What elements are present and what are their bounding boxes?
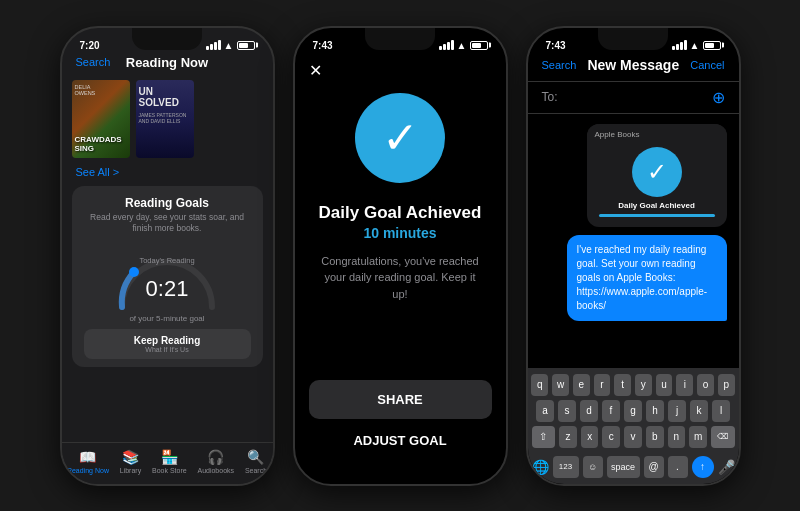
keyboard-row-2: a s d f g h j k l (532, 400, 735, 422)
key-r[interactable]: r (594, 374, 611, 396)
keep-reading-button[interactable]: Keep Reading What If It's Us (84, 329, 251, 359)
shared-card: Apple Books ✓ Daily Goal Achieved (587, 124, 727, 227)
key-h[interactable]: h (646, 400, 664, 422)
key-m[interactable]: m (689, 426, 707, 448)
tab-icon-reading: 📖 (79, 449, 96, 465)
key-t[interactable]: t (614, 374, 631, 396)
key-l[interactable]: l (712, 400, 730, 422)
message-header: Search New Message Cancel (528, 53, 739, 81)
goal-description: Congratulations, you've reached your dai… (295, 253, 506, 303)
key-i[interactable]: i (676, 374, 693, 396)
key-space[interactable]: space (607, 456, 640, 478)
key-a[interactable]: a (536, 400, 554, 422)
card-text: Daily Goal Achieved (587, 201, 727, 227)
add-contact-icon[interactable]: ⊕ (712, 88, 725, 107)
tab-label-audiobooks: Audiobooks (197, 467, 234, 474)
key-z[interactable]: z (559, 426, 577, 448)
book-crawdads[interactable]: CRAWDADSSING DELIAOWENS (72, 80, 130, 158)
book-title-unsolved: UNSOLVED JAMES PATTERSONAND DAVID ELLIS (139, 86, 191, 124)
status-icons-2: ▲ (439, 40, 488, 51)
tab-icon-library: 📚 (122, 449, 139, 465)
search-link-1[interactable]: Search (76, 56, 111, 68)
key-j[interactable]: j (668, 400, 686, 422)
keyboard[interactable]: q w e r t y u i o p a s d f g h (528, 368, 739, 484)
gauge: Today's Reading 0:21 (112, 242, 222, 312)
keyboard-row-1: q w e r t y u i o p (532, 374, 735, 396)
key-k[interactable]: k (690, 400, 708, 422)
key-w[interactable]: w (552, 374, 569, 396)
signal-icon-2 (439, 40, 454, 50)
key-at[interactable]: @ (644, 456, 664, 478)
key-o[interactable]: o (697, 374, 714, 396)
see-all-link[interactable]: See All > (62, 164, 273, 182)
key-v[interactable]: v (624, 426, 642, 448)
keyboard-row-3: ⇧ z x c v b n m ⌫ (532, 426, 735, 448)
tab-icon-bookstore: 🏪 (161, 449, 178, 465)
tab-audiobooks[interactable]: 🎧 Audiobooks (197, 449, 234, 474)
page-title-1: Reading Now (126, 55, 208, 70)
close-button[interactable]: ✕ (309, 61, 322, 80)
book-unsolved[interactable]: UNSOLVED JAMES PATTERSONAND DAVID ELLIS (136, 80, 194, 158)
today-reading-label: Today's Reading (139, 256, 194, 265)
card-header: Apple Books (587, 124, 727, 143)
key-u[interactable]: u (656, 374, 673, 396)
key-s[interactable]: s (558, 400, 576, 422)
tab-label-bookstore: Book Store (152, 467, 187, 474)
shift-key[interactable]: ⇧ (532, 426, 556, 448)
time-3: 7:43 (546, 40, 566, 51)
key-c[interactable]: c (602, 426, 620, 448)
reading-goals-section: Reading Goals Read every day, see your s… (72, 186, 263, 367)
message-bubble: I've reached my daily reading goal. Set … (567, 235, 727, 321)
tab-label-reading: Reading Now (67, 467, 109, 474)
microphone-icon[interactable]: 🎤 (718, 459, 735, 475)
tab-label-library: Library (120, 467, 141, 474)
send-button[interactable]: ↑ (692, 456, 714, 478)
key-emoji[interactable]: ☺ (583, 456, 603, 478)
action-buttons: SHARE ADJUST GOAL (295, 380, 506, 484)
keep-reading-sublabel: What If It's Us (96, 346, 239, 353)
share-button[interactable]: SHARE (309, 380, 492, 419)
globe-icon[interactable]: 🌐 (532, 459, 549, 475)
tab-bar: 📖 Reading Now 📚 Library 🏪 Book Store 🎧 A… (62, 442, 273, 484)
battery-icon-2 (470, 41, 488, 50)
key-x[interactable]: x (581, 426, 599, 448)
keyboard-rows: q w e r t y u i o p a s d f g h (528, 368, 739, 456)
status-icons-1: ▲ (206, 40, 255, 51)
adjust-goal-button[interactable]: ADJUST GOAL (309, 427, 492, 454)
phone3-screen: Search New Message Cancel To: ⊕ Apple Bo… (528, 53, 739, 484)
message-body: Apple Books ✓ Daily Goal Achieved I've r… (528, 114, 739, 368)
key-f[interactable]: f (602, 400, 620, 422)
tab-label-search: Search (245, 467, 267, 474)
keep-reading-label: Keep Reading (96, 335, 239, 346)
key-d[interactable]: d (580, 400, 598, 422)
messages-back-link[interactable]: Search (542, 59, 577, 71)
wifi-icon-2: ▲ (457, 40, 467, 51)
tab-icon-search: 🔍 (247, 449, 264, 465)
phone-messages: 7:43 ▲ Search New Message Cancel To: ⊕ (526, 26, 741, 486)
key-y[interactable]: y (635, 374, 652, 396)
wifi-icon-3: ▲ (690, 40, 700, 51)
key-n[interactable]: n (668, 426, 686, 448)
delete-key[interactable]: ⌫ (711, 426, 735, 448)
cancel-button[interactable]: Cancel (690, 59, 724, 71)
key-p[interactable]: p (718, 374, 735, 396)
tab-bookstore[interactable]: 🏪 Book Store (152, 449, 187, 474)
to-row: To: ⊕ (528, 81, 739, 114)
phone1-screen: Search Reading Now CRAWDADSSING DELIAOWE… (62, 53, 273, 484)
key-b[interactable]: b (646, 426, 664, 448)
nav-header-1: Search Reading Now (62, 53, 273, 74)
keyboard-bottom-row: 🌐 123 ☺ space @ . ↑ 🎤 (528, 456, 739, 484)
key-123[interactable]: 123 (553, 456, 579, 478)
key-q[interactable]: q (531, 374, 548, 396)
tab-search[interactable]: 🔍 Search (245, 449, 267, 474)
tab-reading-now[interactable]: 📖 Reading Now (67, 449, 109, 474)
tab-library[interactable]: 📚 Library (120, 449, 141, 474)
card-goal-title: Daily Goal Achieved (593, 201, 721, 210)
key-g[interactable]: g (624, 400, 642, 422)
key-e[interactable]: e (573, 374, 590, 396)
apple-books-label: Apple Books (595, 130, 640, 139)
key-dot[interactable]: . (668, 456, 688, 478)
signal-icon-3 (672, 40, 687, 50)
book-author-crawdads: DELIAOWENS (75, 84, 96, 96)
status-icons-3: ▲ (672, 40, 721, 51)
